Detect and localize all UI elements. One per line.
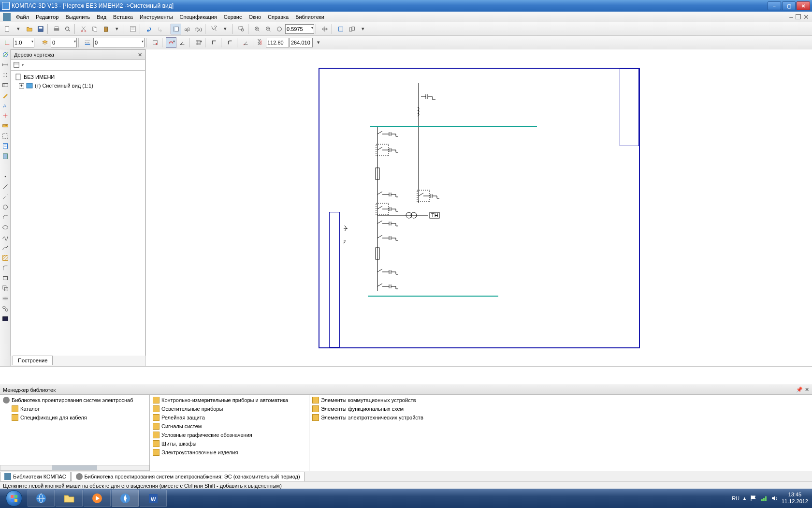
zoom-input[interactable]: [285, 24, 314, 34]
equidist-tool-icon[interactable]: [1, 294, 10, 303]
circle-tool-icon[interactable]: [1, 203, 10, 211]
libmgr-list-col3[interactable]: Элементы коммутационных устройств Элемен…: [309, 395, 812, 471]
menu-service[interactable]: Сервис: [220, 13, 246, 21]
lib-root-item[interactable]: Библиотека проектирования систем электро…: [1, 396, 148, 404]
lib-item[interactable]: Сигналы систем: [151, 422, 308, 431]
variables-button[interactable]: αβ: [182, 24, 192, 34]
update-button[interactable]: [347, 24, 357, 34]
lib-item[interactable]: Осветительные приборы: [151, 404, 308, 413]
layer-input[interactable]: [51, 38, 77, 47]
task-word[interactable]: W: [140, 490, 167, 507]
tree-close-icon[interactable]: ✕: [138, 52, 142, 58]
mdi-close[interactable]: ✕: [803, 14, 809, 20]
open-button[interactable]: [24, 24, 35, 34]
more-dropdown[interactable]: ▾: [220, 24, 231, 34]
undo-button[interactable]: [144, 24, 154, 34]
collect-tool-icon[interactable]: [1, 304, 10, 313]
more2-dropdown[interactable]: ▾: [358, 24, 368, 34]
mdi-restore[interactable]: ❐: [795, 14, 801, 20]
lib-item[interactable]: Релейная защита: [151, 413, 308, 422]
lib-item[interactable]: Щиты, шкафы: [151, 439, 308, 448]
task-explorer[interactable]: [56, 490, 83, 507]
lib-item[interactable]: Элементы коммутационных устройств: [310, 396, 811, 404]
drawing-canvas[interactable]: ТН: [146, 49, 812, 366]
print-button[interactable]: [51, 24, 62, 34]
save-button[interactable]: [35, 24, 46, 34]
zoom-window-button[interactable]: [236, 24, 246, 34]
lib-cat-item[interactable]: Каталог: [1, 404, 148, 413]
menu-help[interactable]: Справка: [264, 13, 292, 21]
dimensions-icon[interactable]: [1, 60, 10, 69]
expand-icon[interactable]: +: [19, 83, 24, 89]
tree-root-item[interactable]: БЕЗ ИМЕНИ: [12, 73, 144, 81]
lang-indicator[interactable]: RU: [732, 495, 740, 501]
network-icon[interactable]: [760, 494, 768, 502]
edit-icon[interactable]: [1, 91, 10, 100]
lib-item[interactable]: Условные графические обозначения: [151, 431, 308, 439]
scale-input[interactable]: [13, 38, 34, 47]
y-input[interactable]: [290, 38, 313, 47]
rebuild-button[interactable]: [335, 24, 346, 34]
start-button[interactable]: [1, 489, 27, 508]
geometry-icon[interactable]: [1, 50, 10, 59]
volume-icon[interactable]: [771, 494, 779, 502]
libmgr-tree-col[interactable]: Библиотека проектирования систем электро…: [0, 395, 150, 471]
manager-button[interactable]: [171, 24, 181, 34]
menu-edit[interactable]: Редактор: [32, 13, 62, 21]
lib-tab-electro[interactable]: Библиотека проектирования систем электро…: [72, 472, 304, 481]
menu-insert[interactable]: Вставка: [110, 13, 136, 21]
text-icon[interactable]: A: [1, 101, 10, 110]
notation-icon[interactable]: [1, 71, 10, 79]
lib-item[interactable]: Элементы электротехнических устройств: [310, 413, 811, 422]
hatch-tool-icon[interactable]: [1, 254, 10, 262]
snap-settings-button[interactable]: [150, 37, 160, 48]
menu-view[interactable]: Вид: [93, 13, 110, 21]
help-arrow-button[interactable]: ?: [209, 24, 219, 34]
zoom-fit-button[interactable]: [274, 24, 285, 34]
task-wmp[interactable]: [84, 490, 111, 507]
layer-icon[interactable]: [40, 37, 50, 48]
cut-button[interactable]: [78, 24, 89, 34]
reports-icon[interactable]: [1, 152, 10, 161]
tree-view-item[interactable]: + (т) Системный вид (1:1): [12, 81, 144, 90]
new-button[interactable]: [2, 24, 13, 34]
snap-toggle[interactable]: [166, 37, 176, 48]
local-cs-button[interactable]: [241, 37, 251, 48]
clock[interactable]: 13:45 11.12.2012: [782, 492, 808, 505]
menu-file[interactable]: Файл: [13, 13, 32, 21]
preview-button[interactable]: [62, 24, 73, 34]
libmgr-list-col2[interactable]: Контрольно-измерительные приборы и автом…: [150, 395, 309, 471]
menu-select[interactable]: Выделить: [62, 13, 93, 21]
measure-icon[interactable]: [1, 121, 10, 130]
tree-settings-icon[interactable]: [13, 61, 20, 69]
grid-button[interactable]: [193, 37, 203, 48]
tray-up-icon[interactable]: ▲: [742, 496, 747, 501]
redo-button[interactable]: [155, 24, 165, 34]
macro-tool-icon[interactable]: [1, 314, 10, 323]
maximize-button[interactable]: ▢: [782, 1, 796, 10]
line-tool-icon[interactable]: [1, 182, 10, 191]
point-tool-icon[interactable]: [1, 172, 10, 181]
bezier-tool-icon[interactable]: [1, 243, 10, 252]
style-icon[interactable]: [82, 37, 93, 48]
scrollbar[interactable]: [0, 465, 149, 471]
libmgr-pin-icon[interactable]: 📌: [796, 387, 803, 393]
menu-libs[interactable]: Библиотеки: [292, 13, 328, 21]
zoom-out-button[interactable]: [263, 24, 274, 34]
notation2-icon[interactable]: [1, 81, 10, 90]
more3-dropdown[interactable]: ▾: [313, 37, 324, 48]
zoom-in-button[interactable]: [252, 24, 262, 34]
libmgr-close-icon[interactable]: ✕: [805, 387, 809, 393]
spec-icon[interactable]: [1, 142, 10, 150]
aux-line-icon[interactable]: [1, 193, 10, 201]
param-icon[interactable]: [1, 111, 10, 120]
lib-spec-item[interactable]: Спецификация для кабеля: [1, 413, 148, 422]
lib-item[interactable]: Электроустановочные изделия: [151, 448, 308, 457]
fillet-tool-icon[interactable]: [1, 264, 10, 272]
flag-icon[interactable]: [750, 494, 757, 502]
copy-button[interactable]: [89, 24, 100, 34]
mdi-min[interactable]: –: [789, 14, 793, 20]
menu-spec[interactable]: Спецификация: [176, 13, 220, 21]
style-input[interactable]: [93, 38, 145, 47]
close-button[interactable]: ✕: [797, 1, 810, 10]
